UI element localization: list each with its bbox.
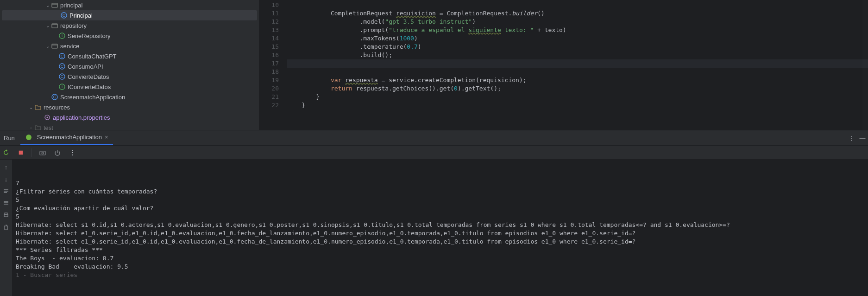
tree-class-conviertedatos[interactable]: C ConvierteDatos: [0, 71, 259, 82]
svg-rect-24: [5, 213, 7, 214]
run-tab-active[interactable]: ScreenmatchApplication ×: [20, 130, 113, 145]
print-icon[interactable]: [2, 212, 10, 219]
exit-icon[interactable]: [53, 148, 62, 157]
console-line: Hibernate: select e1_0.serie_id,e1_0.id,…: [16, 230, 635, 237]
svg-text:I: I: [62, 84, 63, 89]
console-line: Breaking Bad - evaluacion: 9.5: [16, 263, 128, 270]
console-line: The Boys - evaluacion: 8.7: [16, 255, 113, 262]
tree-file-applicationproperties[interactable]: application.properties: [0, 112, 259, 122]
tree-label: SerieRepository: [68, 32, 111, 39]
svg-rect-23: [4, 214, 8, 217]
tree-label: ConvierteDatos: [68, 73, 109, 80]
stop-icon[interactable]: [17, 148, 25, 157]
clear-icon[interactable]: [2, 224, 10, 231]
tree-interface-serierepository[interactable]: I SerieRepository: [0, 31, 259, 41]
chevron-right-icon[interactable]: ›: [28, 125, 34, 130]
package-icon: [51, 22, 58, 29]
tree-label: service: [60, 43, 79, 50]
tree-label: ConsumoAPI: [68, 63, 103, 70]
svg-rect-21: [40, 151, 45, 155]
code-line: [287, 1, 868, 9]
tree-class-consultachatgpt[interactable]: C ConsultaChatGPT: [0, 51, 259, 61]
scroll-to-end-icon[interactable]: [2, 199, 10, 207]
console-line: 5: [16, 213, 19, 220]
code-line-current: [287, 59, 868, 68]
package-icon: [51, 1, 58, 9]
run-toolwindow-label: Run: [4, 135, 15, 142]
console-gutter: ↑ ↓: [0, 160, 12, 296]
more-icon[interactable]: ⋮: [846, 132, 857, 143]
code-line: .model("gpt-3.5-turbo-instruct"): [287, 18, 868, 26]
project-tree[interactable]: ⌄ principal C Principal ⌄ repository I S…: [0, 0, 259, 130]
chevron-down-icon[interactable]: ⌄: [44, 3, 51, 8]
svg-text:C: C: [61, 54, 64, 58]
tree-label: resources: [44, 104, 70, 111]
spring-icon: [25, 134, 32, 141]
console-line: ¿Com evaluación apartir de cuál valor?: [16, 205, 153, 212]
tree-interface-iconviertedatos[interactable]: I IConvierteDatos: [0, 82, 259, 92]
svg-text:C: C: [63, 13, 66, 18]
more-run-icon[interactable]: ⋮: [68, 148, 76, 157]
editor-body[interactable]: CompletionRequest requisicion = Completi…: [287, 0, 868, 130]
svg-text:I: I: [62, 33, 63, 38]
tree-package-principal[interactable]: ⌄ principal: [0, 0, 259, 10]
tree-package-repository[interactable]: ⌄ repository: [0, 20, 259, 31]
tree-class-screenmatchapp[interactable]: C ScreenmatchApplication: [0, 92, 259, 102]
code-line: }: [287, 93, 868, 101]
tree-label: IConvierteDatos: [68, 84, 111, 90]
console-line: Hibernate: select s1_0.id,s1_0.actores,s…: [16, 221, 730, 228]
code-line: }: [287, 101, 868, 109]
console-line: Hibernate: select e1_0.serie_id,e1_0.id,…: [16, 238, 635, 245]
code-editor[interactable]: 10 11 12 13 14 15 16 17 18 19 20 21 22 C…: [259, 0, 868, 130]
code-line: .prompt("traduce a español el siguiente …: [287, 26, 868, 34]
svg-point-18: [47, 117, 48, 118]
screenshot-icon[interactable]: [38, 148, 47, 157]
code-line: return respuesta.getChoices().get(0).get…: [287, 84, 868, 93]
minimize-icon[interactable]: —: [857, 132, 868, 143]
tree-class-principal[interactable]: C Principal: [2, 10, 257, 20]
folder-icon: [34, 124, 42, 130]
class-icon: C: [58, 63, 66, 70]
console-line: *** Series filtradas ***: [16, 246, 103, 253]
tree-label: application.properties: [53, 114, 110, 121]
svg-rect-6: [52, 44, 57, 48]
package-icon: [51, 42, 58, 50]
console-line: 1 - Buscar series: [16, 271, 77, 278]
code-line: var respuesta = service.createCompletion…: [287, 76, 868, 84]
close-icon[interactable]: ×: [105, 134, 108, 141]
svg-rect-3: [52, 24, 57, 28]
down-icon[interactable]: ↓: [2, 175, 10, 183]
tree-label: test: [44, 124, 53, 130]
class-icon: C: [58, 52, 66, 60]
svg-point-22: [42, 152, 44, 154]
resources-folder-icon: [34, 103, 42, 111]
code-line: .maxTokens(1000): [287, 34, 868, 43]
tree-folder-resources[interactable]: ⌄ resources: [0, 102, 259, 112]
up-icon[interactable]: ↑: [2, 163, 10, 171]
run-tab-title: ScreenmatchApplication: [37, 134, 102, 141]
code-line: .temperature(0.7): [287, 43, 868, 51]
tree-label: repository: [60, 22, 87, 29]
tree-folder-test[interactable]: › test: [0, 122, 259, 130]
chevron-down-icon[interactable]: ⌄: [44, 44, 51, 49]
chevron-down-icon[interactable]: ⌄: [28, 105, 34, 110]
svg-text:C: C: [61, 64, 64, 69]
rerun-icon[interactable]: [2, 148, 10, 157]
tree-label: ConsultaChatGPT: [68, 53, 117, 60]
chevron-down-icon[interactable]: ⌄: [44, 23, 51, 28]
code-line: CompletionRequest requisicion = Completi…: [287, 9, 868, 18]
tree-class-consumoapi[interactable]: C ConsumoAPI: [0, 61, 259, 71]
console-line: 7: [16, 180, 19, 187]
svg-text:C: C: [61, 74, 64, 79]
code-line: .build();: [287, 51, 868, 59]
console-line: ¿Filtrar séries con cuántas temporadas?: [16, 188, 157, 195]
softwrap-icon[interactable]: [2, 187, 10, 195]
svg-text:C: C: [53, 95, 57, 99]
editor-scrollbar[interactable]: [862, 0, 868, 130]
run-tab-bar: Run ScreenmatchApplication × ⋮ —: [0, 130, 868, 146]
class-icon: C: [60, 12, 68, 19]
editor-gutter: 10 11 12 13 14 15 16 17 18 19 20 21 22: [259, 0, 287, 130]
interface-icon: I: [58, 32, 66, 39]
tree-package-service[interactable]: ⌄ service: [0, 41, 259, 51]
console-output[interactable]: 7 ¿Filtrar séries con cuántas temporadas…: [12, 160, 868, 296]
